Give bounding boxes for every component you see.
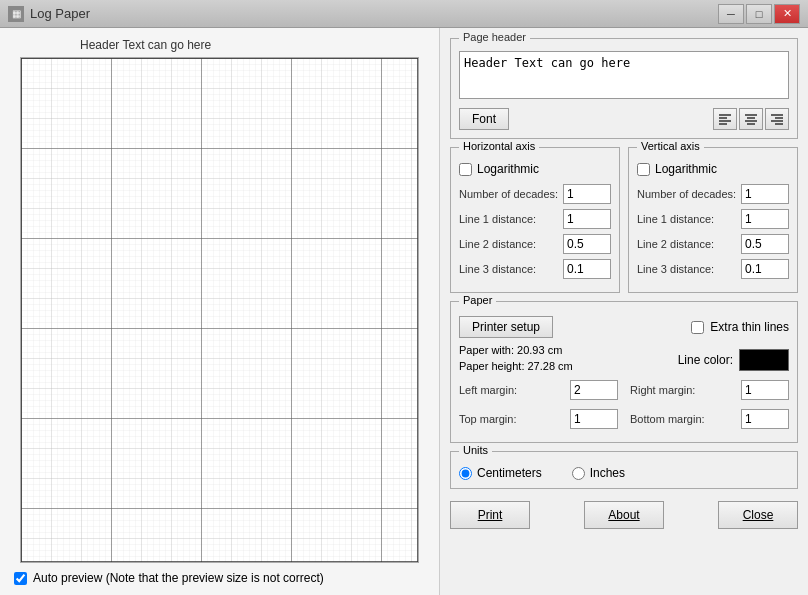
units-section: Units Centimeters Inches: [450, 451, 798, 489]
horizontal-line1-label: Line 1 distance:: [459, 213, 536, 225]
left-margin-row: Left margin:: [459, 380, 618, 400]
auto-preview-label: Auto preview (Note that the preview size…: [33, 571, 324, 585]
vertical-axis-title: Vertical axis: [637, 140, 704, 152]
horizontal-axis-section: Horizontal axis Logarithmic Number of de…: [450, 147, 620, 293]
horizontal-line2-label: Line 2 distance:: [459, 238, 536, 250]
horizontal-line2-input[interactable]: [563, 234, 611, 254]
align-right-button[interactable]: [765, 108, 789, 130]
main-content: Header Text can go here: [0, 28, 808, 595]
minimize-button[interactable]: ─: [718, 4, 744, 24]
preview-area: [20, 57, 419, 563]
top-margin-input[interactable]: [570, 409, 618, 429]
right-margin-row: Right margin:: [630, 380, 789, 400]
horizontal-line3-label: Line 3 distance:: [459, 263, 536, 275]
page-header-section: Page header Font: [450, 38, 798, 139]
title-bar: ▦ Log Paper ─ □ ✕: [0, 0, 808, 28]
extra-thin-lines-label: Extra thin lines: [710, 320, 789, 334]
printer-setup-button[interactable]: Printer setup: [459, 316, 553, 338]
maximize-button[interactable]: □: [746, 4, 772, 24]
close-window-button[interactable]: ✕: [774, 4, 800, 24]
align-center-button[interactable]: [739, 108, 763, 130]
centimeters-label: Centimeters: [477, 466, 542, 480]
vertical-line3-input[interactable]: [741, 259, 789, 279]
line-color-label: Line color:: [678, 353, 733, 367]
log-paper-grid: [21, 58, 418, 562]
paper-width-label: Paper with: 20.93 cm: [459, 344, 573, 356]
horizontal-logarithmic-row: Logarithmic: [459, 162, 611, 176]
vertical-logarithmic-checkbox[interactable]: [637, 163, 650, 176]
extra-thin-lines-checkbox[interactable]: [691, 321, 704, 334]
bottom-margin-input[interactable]: [741, 409, 789, 429]
header-controls: Font: [459, 108, 789, 130]
paper-section-title: Paper: [459, 294, 496, 306]
axis-row: Horizontal axis Logarithmic Number of de…: [450, 147, 798, 293]
margin-grid: Left margin: Right margin: Top margin: B…: [459, 380, 789, 434]
print-button[interactable]: Print: [450, 501, 530, 529]
right-margin-input[interactable]: [741, 380, 789, 400]
preview-header-text: Header Text can go here: [80, 38, 429, 52]
horizontal-decades-row: Number of decades:: [459, 184, 611, 204]
header-text-input[interactable]: [459, 51, 789, 99]
vertical-decades-input[interactable]: [741, 184, 789, 204]
vertical-line1-input[interactable]: [741, 209, 789, 229]
paper-info-left: Paper with: 20.93 cm Paper height: 27.28…: [459, 344, 573, 376]
window-title: Log Paper: [30, 6, 90, 21]
paper-left: Printer setup: [459, 316, 553, 338]
paper-section: Paper Printer setup Extra thin lines Pap…: [450, 301, 798, 443]
vertical-line1-label: Line 1 distance:: [637, 213, 714, 225]
horizontal-line1-row: Line 1 distance:: [459, 209, 611, 229]
line-color-row: Line color:: [678, 349, 789, 371]
vertical-line1-row: Line 1 distance:: [637, 209, 789, 229]
left-margin-label: Left margin:: [459, 384, 517, 396]
bottom-buttons: Print About Close: [450, 501, 798, 529]
units-radio-row: Centimeters Inches: [459, 466, 789, 480]
left-panel: Header Text can go here: [0, 28, 440, 595]
inches-label: Inches: [590, 466, 625, 480]
vertical-line3-label: Line 3 distance:: [637, 263, 714, 275]
svg-rect-2: [21, 58, 418, 562]
horizontal-axis-title: Horizontal axis: [459, 140, 539, 152]
paper-right: Extra thin lines: [691, 320, 789, 334]
vertical-line2-row: Line 2 distance:: [637, 234, 789, 254]
top-margin-row: Top margin:: [459, 409, 618, 429]
app-icon: ▦: [8, 6, 24, 22]
line-color-picker[interactable]: [739, 349, 789, 371]
auto-preview-checkbox[interactable]: [14, 572, 27, 585]
horizontal-decades-input[interactable]: [563, 184, 611, 204]
horizontal-logarithmic-label: Logarithmic: [477, 162, 539, 176]
centimeters-option: Centimeters: [459, 466, 542, 480]
paper-height-label: Paper height: 27.28 cm: [459, 360, 573, 372]
left-margin-input[interactable]: [570, 380, 618, 400]
align-buttons: [713, 108, 789, 130]
right-margin-label: Right margin:: [630, 384, 695, 396]
inches-radio[interactable]: [572, 467, 585, 480]
bottom-margin-label: Bottom margin:: [630, 413, 705, 425]
right-panel: Page header Font: [440, 28, 808, 595]
horizontal-decades-label: Number of decades:: [459, 188, 558, 200]
close-button[interactable]: Close: [718, 501, 798, 529]
centimeters-radio[interactable]: [459, 467, 472, 480]
vertical-line2-label: Line 2 distance:: [637, 238, 714, 250]
vertical-axis-section: Vertical axis Logarithmic Number of deca…: [628, 147, 798, 293]
vertical-decades-row: Number of decades:: [637, 184, 789, 204]
top-margin-label: Top margin:: [459, 413, 516, 425]
title-bar-left: ▦ Log Paper: [8, 6, 90, 22]
horizontal-line2-row: Line 2 distance:: [459, 234, 611, 254]
title-bar-controls: ─ □ ✕: [718, 4, 800, 24]
align-left-button[interactable]: [713, 108, 737, 130]
horizontal-line3-input[interactable]: [563, 259, 611, 279]
vertical-logarithmic-label: Logarithmic: [655, 162, 717, 176]
horizontal-line1-input[interactable]: [563, 209, 611, 229]
units-section-title: Units: [459, 444, 492, 456]
horizontal-logarithmic-checkbox[interactable]: [459, 163, 472, 176]
auto-preview-row: Auto preview (Note that the preview size…: [10, 571, 429, 585]
paper-top-row: Printer setup Extra thin lines: [459, 316, 789, 338]
inches-option: Inches: [572, 466, 625, 480]
page-header-section-title: Page header: [459, 31, 530, 43]
about-button[interactable]: About: [584, 501, 664, 529]
vertical-line3-row: Line 3 distance:: [637, 259, 789, 279]
font-button[interactable]: Font: [459, 108, 509, 130]
bottom-margin-row: Bottom margin:: [630, 409, 789, 429]
vertical-line2-input[interactable]: [741, 234, 789, 254]
vertical-logarithmic-row: Logarithmic: [637, 162, 789, 176]
